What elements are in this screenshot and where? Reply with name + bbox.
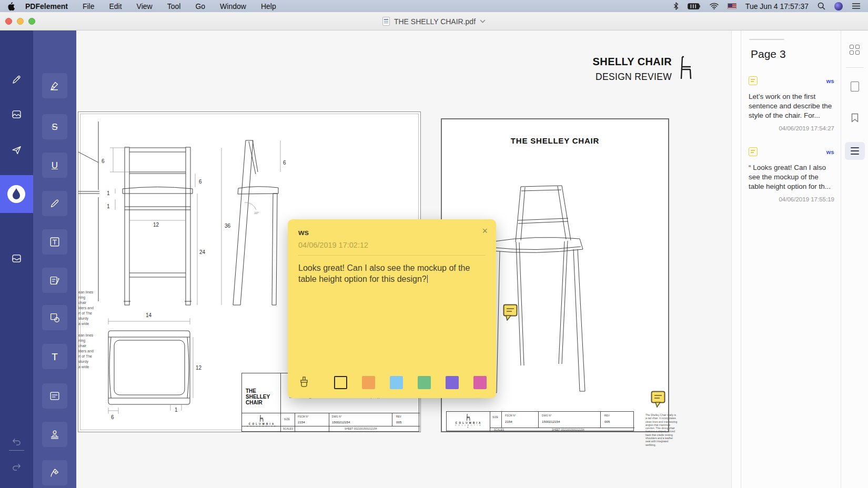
sticky-note-marker[interactable] <box>503 304 518 321</box>
comment-list-active-icon[interactable] <box>845 142 865 160</box>
pencil-draw-tool[interactable] <box>42 191 67 216</box>
comments-panel: Page 3 ws Let’s work on the first senten… <box>741 30 841 488</box>
pdf-document-icon <box>382 17 390 26</box>
side-panel-strip <box>841 30 868 488</box>
text-icon: T <box>52 352 58 362</box>
svg-text:12: 12 <box>196 365 202 371</box>
app-window: PDFelement File Edit View Tool Go Window… <box>0 0 868 488</box>
tray-tool-icon[interactable] <box>11 253 22 264</box>
stamp-tool[interactable] <box>42 422 67 447</box>
paint-brush-icon[interactable] <box>298 376 310 390</box>
annotation-tool-rail: S U T <box>33 30 76 488</box>
menubar-app-name[interactable]: PDFelement <box>25 2 68 11</box>
chair-logo-icon <box>679 56 692 80</box>
note-color-orange[interactable] <box>362 376 375 389</box>
columbia-collective-logo: C O L U M B I A C O L L E C T I V E <box>454 413 482 429</box>
image-tool-icon[interactable] <box>11 109 22 120</box>
battery-icon[interactable] <box>688 3 701 9</box>
bookmark-icon[interactable] <box>851 113 859 125</box>
apple-menu-icon[interactable] <box>7 2 16 11</box>
macos-menubar: PDFelement File Edit View Tool Go Window… <box>0 0 868 12</box>
note-author: ws <box>298 228 486 237</box>
menu-tool[interactable]: Tool <box>167 2 181 11</box>
block-name: THE SHELLEY CHAIR <box>246 388 278 405</box>
add-text-tool[interactable]: T <box>42 344 67 369</box>
menu-window[interactable]: Window <box>220 2 246 11</box>
note-timestamp: 04/06/2019 17:02:12 <box>298 241 486 249</box>
primary-tool-rail <box>0 30 33 488</box>
edit-pencil-icon[interactable] <box>11 74 22 85</box>
signature-tool[interactable] <box>42 460 67 485</box>
spotlight-search-icon[interactable] <box>817 2 825 10</box>
note-color-green[interactable] <box>418 376 431 389</box>
svg-text:1: 1 <box>107 190 110 196</box>
comment-text[interactable]: Let’s work on the first sentence and des… <box>749 92 834 120</box>
svg-text:6: 6 <box>111 414 114 420</box>
note-comment-icon <box>749 76 758 85</box>
svg-text:14: 14 <box>146 312 152 318</box>
svg-text:6: 6 <box>199 179 202 185</box>
comment-timestamp: 04/06/2019 17:55:19 <box>749 196 834 202</box>
svg-text:6: 6 <box>102 158 105 164</box>
note-color-pink[interactable] <box>473 376 487 389</box>
note-edit-tool[interactable] <box>42 268 67 293</box>
comment-tool-active[interactable] <box>0 175 33 213</box>
comment-card[interactable]: ws Let’s work on the first sentence and … <box>749 76 834 131</box>
drawing-subtitle: DESIGN REVIEW <box>593 72 672 83</box>
panel-resize-handle[interactable] <box>749 39 784 40</box>
redo-icon[interactable] <box>11 462 22 473</box>
menu-go[interactable]: Go <box>195 2 205 11</box>
chair-description-text: The Shelley Chair really is a rad chair.… <box>645 413 678 446</box>
bluetooth-icon[interactable] <box>673 2 679 10</box>
siri-icon[interactable] <box>834 2 843 11</box>
note-comment-icon <box>749 147 758 156</box>
comment-author: ws <box>826 149 834 155</box>
strikethrough-tool[interactable]: S <box>42 114 67 139</box>
drawing-header: SHELLY CHAIR DESIGN REVIEW <box>593 56 692 83</box>
pdf-canvas[interactable]: SHELLY CHAIR DESIGN REVIEW <box>76 30 731 488</box>
right-title-block: C O L U M B I A C O L L E C T I V E SIZE… <box>446 411 634 431</box>
svg-text:24: 24 <box>199 249 206 255</box>
form-tool[interactable] <box>42 383 67 409</box>
sticky-note-marker[interactable] <box>651 391 665 408</box>
wifi-icon[interactable] <box>710 3 719 9</box>
note-color-swatches <box>334 376 487 389</box>
note-color-purple[interactable] <box>446 376 459 389</box>
note-color-default[interactable] <box>334 376 347 389</box>
title-chevron-down-icon[interactable] <box>480 19 486 23</box>
textbox-tool[interactable] <box>42 229 67 255</box>
menu-edit[interactable]: Edit <box>109 2 122 11</box>
underline-tool[interactable]: U <box>42 152 67 178</box>
input-language-flag-icon[interactable] <box>728 3 736 9</box>
underline-icon: U <box>52 161 58 170</box>
shapes-tool[interactable] <box>42 305 67 330</box>
notification-center-icon[interactable] <box>852 3 861 9</box>
menubar-clock[interactable]: Tue Jun 4 17:57:37 <box>745 2 809 11</box>
drawing-title: SHELLY CHAIR <box>593 56 672 68</box>
menu-file[interactable]: File <box>83 2 95 11</box>
menu-help[interactable]: Help <box>261 2 276 11</box>
svg-text:1: 1 <box>175 407 178 413</box>
comment-text[interactable]: “ Looks great! Can I also see the mockup… <box>749 163 834 191</box>
note-body-text[interactable]: Looks great! Can I also see the mockup o… <box>298 262 477 284</box>
document-title: THE SHELLY CHAIR.pdf <box>394 17 476 26</box>
share-send-icon[interactable] <box>11 145 22 156</box>
comment-tool-icon <box>7 185 25 203</box>
comment-author: ws <box>826 78 834 84</box>
undo-icon[interactable] <box>11 436 22 448</box>
note-color-blue[interactable] <box>390 376 403 389</box>
comment-timestamp: 04/06/2019 17:54:27 <box>749 125 834 131</box>
thumbnails-grid-icon[interactable] <box>850 45 860 55</box>
highlight-tool[interactable] <box>42 73 67 98</box>
menu-view[interactable]: View <box>137 2 153 11</box>
page-view-icon[interactable] <box>851 82 859 92</box>
comment-card[interactable]: ws “ Looks great! Can I also see the moc… <box>749 147 834 202</box>
page-label: Page 3 <box>751 48 841 60</box>
canvas-scroll-gutter[interactable] <box>731 30 741 488</box>
close-icon[interactable]: × <box>482 226 488 237</box>
svg-text:6: 6 <box>283 160 286 166</box>
sticky-note-popup[interactable]: ws × 04/06/2019 17:02:12 Looks great! Ca… <box>288 219 496 398</box>
text-caret <box>427 275 428 283</box>
window-titlebar: THE SHELLY CHAIR.pdf <box>0 12 868 30</box>
svg-text:10°: 10° <box>254 211 259 215</box>
